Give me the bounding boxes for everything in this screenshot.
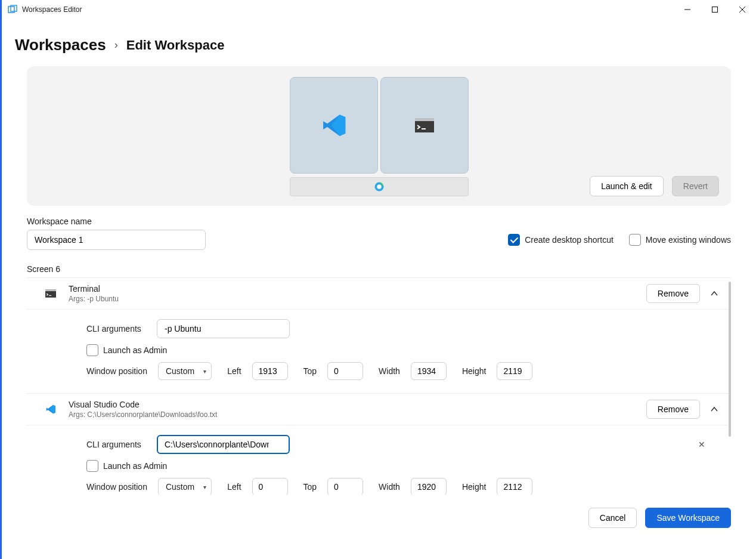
vscode-icon [35,404,66,415]
revert-button: Revert [672,176,719,196]
app-icon [8,5,17,14]
svg-rect-2 [712,7,718,12]
cancel-button[interactable]: Cancel [588,508,637,528]
collapse-toggle[interactable] [706,285,723,302]
top-label: Top [303,482,317,492]
launch-as-admin-label: Launch as Admin [103,345,167,355]
scrollbar[interactable] [729,282,731,437]
svg-rect-4 [415,118,434,121]
top-input[interactable] [327,478,363,495]
clear-icon[interactable]: ✕ [698,440,705,449]
app-title: Visual Studio Code [69,400,646,409]
chevron-up-icon [710,405,718,413]
launch-edit-button[interactable]: Launch & edit [590,176,664,196]
window-position-label: Window position [86,366,147,376]
create-shortcut-label: Create desktop shortcut [525,235,614,245]
window-position-label: Window position [86,482,147,492]
remove-button[interactable]: Remove [646,400,700,419]
app-sub: Args: C;\Users\connorplante\Downloads\fo… [69,410,646,419]
left-label: Left [227,482,241,492]
chevron-right-icon: › [114,39,118,51]
preview-tile-terminal [380,77,469,174]
width-input[interactable] [411,478,447,495]
svg-point-6 [377,184,382,189]
close-button[interactable] [729,0,756,19]
app-row-terminal: Terminal Args: -p Ubuntu Remove CLI argu… [27,278,731,394]
breadcrumb: Workspaces › Edit Workspace [2,19,756,66]
preview-tray [290,177,469,196]
height-input[interactable] [497,362,532,380]
apps-list: Terminal Args: -p Ubuntu Remove CLI argu… [27,277,731,495]
create-shortcut-checkbox[interactable] [508,234,520,246]
chevron-down-icon: ▾ [203,368,206,375]
page-title: Edit Workspace [126,38,225,53]
footer: Cancel Save Workspace [2,499,756,540]
width-label: Width [379,482,400,492]
cli-arguments-input[interactable] [157,319,290,338]
position-mode-select[interactable]: Custom▾ [158,478,212,495]
position-mode-select[interactable]: Custom▾ [158,362,212,380]
launch-as-admin-label: Launch as Admin [103,461,167,471]
height-input[interactable] [497,478,532,495]
width-input[interactable] [411,362,447,380]
width-label: Width [379,366,400,376]
titlebar: Workspaces Editor [2,0,756,19]
chevron-up-icon [710,289,718,298]
launch-as-admin-checkbox[interactable] [86,344,98,356]
breadcrumb-root[interactable]: Workspaces [15,36,106,54]
cli-label: CLI arguments [86,324,146,333]
app-title: Terminal [69,284,646,294]
app-sub: Args: -p Ubuntu [69,295,646,303]
left-input[interactable] [252,362,288,380]
cli-arguments-input[interactable] [157,435,290,454]
top-label: Top [303,366,317,376]
screen-label: Screen 6 [27,264,756,274]
height-label: Height [462,482,486,492]
height-label: Height [462,366,486,376]
app-row-vscode: Visual Studio Code Args: C;\Users\connor… [27,394,731,495]
terminal-icon [35,288,66,299]
minimize-button[interactable] [674,0,701,19]
move-existing-label: Move existing windows [646,235,731,245]
remove-button[interactable]: Remove [646,284,700,303]
left-label: Left [227,366,241,376]
save-workspace-button[interactable]: Save Workspace [645,508,731,528]
chevron-down-icon: ▾ [203,484,206,490]
svg-rect-8 [45,289,56,291]
maximize-button[interactable] [701,0,729,19]
preview-tile-vscode [290,77,378,174]
launch-as-admin-checkbox[interactable] [86,460,98,472]
move-existing-checkbox[interactable] [629,234,641,246]
cli-label: CLI arguments [86,440,146,449]
left-input[interactable] [252,478,288,495]
workspace-name-label: Workspace name [27,217,731,226]
workspace-name-input[interactable] [27,230,206,250]
window-title: Workspaces Editor [22,5,82,14]
workspace-preview: Launch & edit Revert [27,66,731,206]
top-input[interactable] [327,362,363,380]
collapse-toggle[interactable] [706,401,723,418]
